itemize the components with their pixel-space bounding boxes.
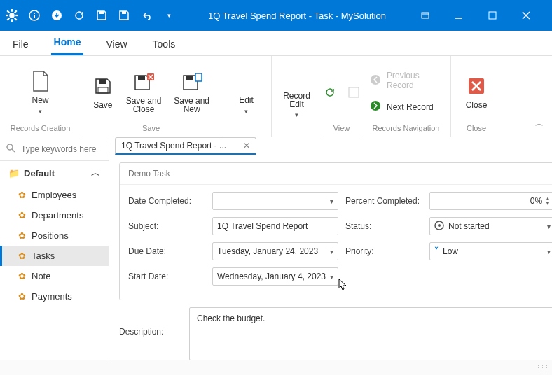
svg-rect-25 bbox=[186, 76, 193, 80]
sidebar-group-header[interactable]: 📁 Default ︿ bbox=[0, 161, 109, 185]
window-title: 1Q Travel Spend Report - Task - MySoluti… bbox=[175, 10, 419, 21]
field-value: Wednesday, January 4, 2023 bbox=[217, 272, 326, 281]
menu-bar: File Home View Tools bbox=[0, 31, 552, 56]
chevron-up-icon: ︿ bbox=[91, 167, 100, 179]
save-quick-icon[interactable] bbox=[95, 9, 108, 22]
body-area: 📁 Default ︿ ✿ Employees ✿ Departments ✿ … bbox=[0, 137, 552, 360]
svg-rect-22 bbox=[98, 88, 108, 93]
field-value: Not started bbox=[448, 221, 490, 231]
refresh-small-icon bbox=[319, 81, 341, 104]
document-tab[interactable]: 1Q Travel Spend Report - ... ✕ bbox=[115, 137, 256, 155]
sidebar-group-label: Default bbox=[24, 168, 55, 178]
field-value: Tuesday, January 24, 2023 bbox=[217, 246, 318, 256]
undo-icon[interactable] bbox=[140, 9, 153, 22]
save-new-label: Save and New bbox=[168, 97, 215, 113]
gear-icon: ✿ bbox=[18, 210, 26, 220]
priority-low-icon: ˅ bbox=[434, 246, 439, 256]
record-edit-icon bbox=[286, 66, 308, 89]
save-close-button[interactable]: Save and Close bbox=[120, 64, 167, 120]
percent-completed-field[interactable]: 0% ▲▼ bbox=[429, 192, 552, 210]
svg-point-0 bbox=[9, 13, 15, 18]
record-edit-label: Record Edit bbox=[277, 92, 316, 108]
gear-icon: ✿ bbox=[18, 251, 26, 261]
label-date-completed: Date Completed: bbox=[128, 196, 205, 206]
svg-point-34 bbox=[438, 224, 441, 227]
quick-access-toolbar: ▾ bbox=[6, 9, 175, 22]
status-bar: ⋮⋮⋮ bbox=[0, 360, 552, 375]
maximize-icon[interactable] bbox=[486, 9, 499, 22]
close-label: Close bbox=[466, 100, 488, 110]
next-record-label: Next Record bbox=[387, 102, 434, 112]
label-description: Description: bbox=[119, 307, 182, 337]
ribbon-group-label bbox=[277, 124, 316, 134]
new-button[interactable]: New ▾ bbox=[20, 64, 62, 120]
save-new-button[interactable]: Save and New bbox=[168, 64, 215, 120]
svg-rect-14 bbox=[122, 11, 126, 14]
refresh-view-button[interactable] bbox=[319, 78, 341, 106]
next-record-button[interactable]: Next Record bbox=[370, 100, 434, 113]
label-subject: Subject: bbox=[128, 221, 205, 231]
due-date-field[interactable]: Tuesday, January 24, 2023 ▾ bbox=[212, 242, 338, 260]
sidebar-item-note[interactable]: ✿ Note bbox=[0, 266, 109, 286]
svg-point-31 bbox=[7, 144, 13, 150]
ribbon-group-records-creation: New ▾ Records Creation bbox=[0, 56, 81, 136]
close-button[interactable]: Close bbox=[457, 64, 496, 120]
close-window-icon[interactable] bbox=[520, 9, 532, 22]
ribbon-group-label: Records Navigation bbox=[367, 124, 445, 134]
edit-label: Edit bbox=[239, 95, 254, 105]
menu-file[interactable]: File bbox=[10, 34, 32, 55]
ribbon-group-save: Save Save and Close Save and New Save bbox=[81, 56, 221, 136]
label-due-date: Due Date: bbox=[128, 246, 205, 256]
label-status: Status: bbox=[345, 221, 422, 231]
svg-rect-13 bbox=[99, 11, 104, 14]
date-completed-field[interactable]: ▾ bbox=[212, 192, 338, 210]
sidebar-item-label: Employees bbox=[32, 190, 76, 200]
menu-home[interactable]: Home bbox=[51, 32, 84, 55]
download-icon[interactable] bbox=[50, 9, 63, 22]
label-start-date: Start Date: bbox=[128, 272, 205, 281]
tab-close-icon[interactable]: ✕ bbox=[243, 141, 250, 150]
label-priority: Priority: bbox=[345, 246, 422, 256]
sidebar-item-employees[interactable]: ✿ Employees bbox=[0, 185, 109, 205]
svg-rect-26 bbox=[195, 74, 202, 81]
start-date-field[interactable]: Wednesday, January 4, 2023 ▾ bbox=[212, 267, 338, 286]
save-button[interactable]: Save bbox=[87, 64, 119, 120]
form-panel: Demo Task Date Completed: ▾ Percent Comp… bbox=[119, 162, 552, 300]
description-field[interactable]: Check the budget. bbox=[189, 307, 552, 360]
sidebar-item-tasks[interactable]: ✿ Tasks bbox=[0, 246, 109, 266]
sidebar-item-payments[interactable]: ✿ Payments bbox=[0, 286, 109, 307]
gear-icon: ✿ bbox=[18, 190, 26, 200]
sidebar-item-departments[interactable]: ✿ Departments bbox=[0, 205, 109, 225]
status-field[interactable]: Not started ▾ bbox=[429, 217, 552, 235]
collapse-ribbon-icon[interactable]: ︿ bbox=[535, 118, 544, 130]
chevron-down-icon: ▾ bbox=[330, 248, 333, 255]
previous-record-button[interactable]: Previous Record bbox=[370, 71, 445, 90]
ribbon-group-edit: Edit ▾ bbox=[221, 56, 272, 136]
sidebar-item-label: Payments bbox=[32, 291, 72, 302]
save-close-icon bbox=[132, 71, 155, 94]
content-area: 1Q Travel Spend Report - ... ✕ ﹀ Demo Ta… bbox=[109, 137, 552, 360]
sidebar-item-label: Tasks bbox=[32, 251, 55, 261]
info-icon[interactable] bbox=[28, 9, 41, 22]
sidebar: 📁 Default ︿ ✿ Employees ✿ Departments ✿ … bbox=[0, 137, 109, 360]
resize-grip-icon[interactable]: ⋮⋮⋮ bbox=[535, 365, 548, 372]
ribbon-display-icon[interactable] bbox=[419, 9, 432, 22]
save-icon bbox=[92, 75, 114, 97]
priority-field[interactable]: ˅ Low ▾ bbox=[429, 242, 552, 260]
chevron-down-icon: ▾ bbox=[547, 223, 551, 230]
ribbon-group-record-edit: Record Edit ▾ bbox=[272, 56, 322, 136]
spinner-icon[interactable]: ▲▼ bbox=[545, 196, 551, 206]
svg-rect-15 bbox=[422, 13, 429, 18]
app-gear-icon[interactable] bbox=[6, 9, 18, 22]
sidebar-item-positions[interactable]: ✿ Positions bbox=[0, 225, 109, 246]
save-new-icon bbox=[181, 71, 203, 94]
menu-tools[interactable]: Tools bbox=[150, 34, 179, 55]
menu-view[interactable]: View bbox=[103, 34, 130, 55]
qat-more-icon[interactable]: ▾ bbox=[163, 9, 175, 22]
edit-button[interactable]: Edit ▾ bbox=[227, 64, 265, 120]
refresh-icon[interactable] bbox=[73, 9, 85, 22]
minimize-icon[interactable] bbox=[453, 9, 465, 22]
subject-field[interactable]: 1Q Travel Spend Report bbox=[212, 217, 338, 235]
save-close-quick-icon[interactable] bbox=[118, 9, 130, 22]
record-edit-button[interactable]: Record Edit ▾ bbox=[277, 64, 316, 120]
